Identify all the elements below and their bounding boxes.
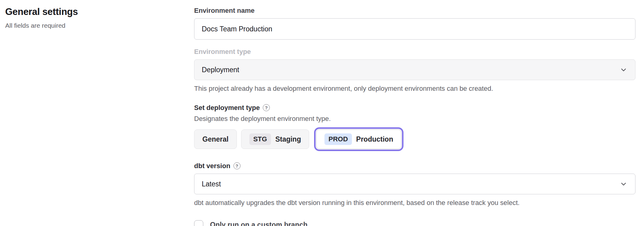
chevron-down-icon	[620, 66, 627, 73]
page-title: General settings	[5, 6, 176, 18]
option-label: General	[202, 135, 229, 143]
dbt-version-select[interactable]: Latest	[194, 174, 635, 194]
deployment-type-label-row: Set deployment type ?	[194, 104, 635, 112]
deployment-type-label: Set deployment type	[194, 104, 260, 112]
custom-branch-label[interactable]: Only run on a custom branch	[210, 221, 307, 226]
settings-intro: General settings All fields are required	[5, 6, 176, 30]
general-settings-page: General settings All fields are required…	[0, 0, 644, 226]
option-label: Staging	[275, 135, 301, 143]
environment-name-label: Environment name	[194, 7, 635, 15]
custom-branch-checkbox[interactable]	[194, 220, 203, 226]
dbt-version-label: dbt version	[194, 162, 230, 170]
dbt-version-label-row: dbt version ?	[194, 162, 635, 170]
dbt-version-value: Latest	[202, 180, 221, 188]
environment-type-label: Environment type	[194, 48, 635, 56]
deployment-type-options: General STG Staging PROD Production	[194, 129, 635, 149]
option-label: Production	[356, 135, 393, 143]
deployment-type-helper: Designates the deployment environment ty…	[194, 115, 635, 123]
deployment-type-option-general[interactable]: General	[194, 129, 237, 149]
settings-form: Environment name Environment type Deploy…	[194, 7, 635, 226]
environment-type-value: Deployment	[202, 66, 239, 74]
help-icon[interactable]: ?	[233, 162, 241, 169]
dbt-version-helper: dbt automatically upgrades the dbt versi…	[194, 199, 635, 207]
help-icon[interactable]: ?	[263, 104, 270, 111]
environment-type-helper: This project already has a development e…	[194, 84, 635, 93]
custom-branch-row: Only run on a custom branch	[194, 220, 635, 226]
stg-badge: STG	[249, 133, 271, 145]
deployment-type-option-staging[interactable]: STG Staging	[241, 129, 309, 149]
environment-type-select: Deployment	[194, 59, 635, 80]
page-subtitle: All fields are required	[5, 22, 176, 30]
chevron-down-icon	[620, 180, 627, 188]
environment-name-input[interactable]	[194, 18, 635, 40]
prod-badge: PROD	[324, 133, 352, 145]
deployment-type-option-production[interactable]: PROD Production	[316, 129, 401, 149]
